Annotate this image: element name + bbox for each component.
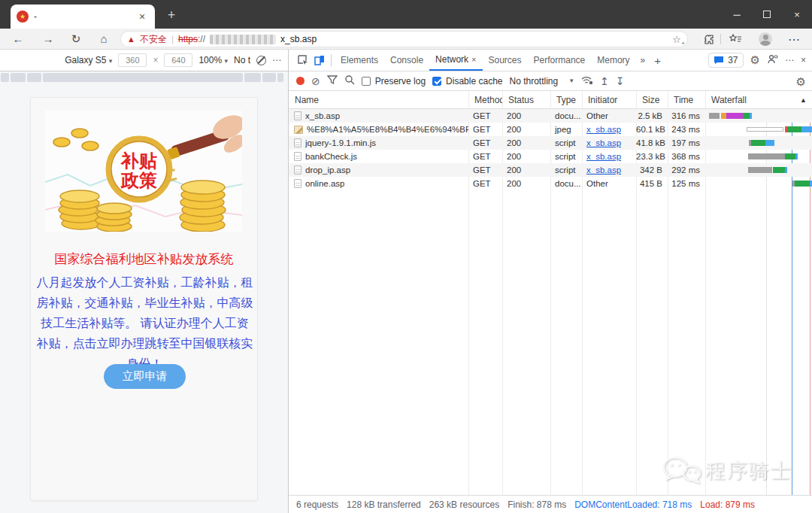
request-initiator[interactable]: x_sb.asp [586,125,621,134]
inspect-element-icon[interactable] [295,50,311,71]
column-header-type[interactable]: Type [550,91,582,109]
devtools-tab-elements[interactable]: Elements [335,50,384,71]
browser-tab[interactable]: - × [11,5,155,29]
tab-close-icon[interactable]: × [135,11,149,23]
request-type: jpeg [550,123,582,136]
devtools-settings-gear-icon[interactable]: ⚙ [750,53,760,67]
add-favorite-icon[interactable]: ☆ [672,34,681,45]
devtools-close-icon[interactable]: × [801,55,806,65]
column-header-name[interactable]: Name [289,91,468,109]
issues-bubble-icon [714,56,724,65]
request-name[interactable]: drop_ip.asp [305,163,350,177]
request-name[interactable]: online.asp [305,177,344,190]
sort-ascending-icon[interactable]: ▲ [800,91,807,109]
column-header-status[interactable]: Status [502,91,550,109]
devtools-tab-sources[interactable]: Sources [483,50,528,71]
request-initiator[interactable]: x_sb.asp [586,152,621,161]
not-secure-label[interactable]: 不安全 [140,33,167,46]
feedback-person-icon[interactable] [767,54,778,66]
clear-network-log-icon[interactable]: ⊘ [311,75,320,87]
export-har-icon[interactable]: ↧ [616,75,625,87]
devtools-tab-memory[interactable]: Memory [591,50,635,71]
minimize-button[interactable]: ─ [722,0,752,29]
home-icon[interactable]: ⌂ [94,29,114,49]
request-status: 200 [502,163,550,177]
device-select[interactable]: Galaxy S5 ▾ [65,55,112,65]
request-type: docu... [550,109,582,123]
device-toolbar-toggle-icon[interactable] [311,50,328,71]
close-window-button[interactable]: × [782,0,812,29]
request-name[interactable]: bankCheck.js [305,150,357,163]
document-icon [294,165,301,175]
waterfall-bars [705,136,812,150]
emulated-page: 补贴 政策 国家综合福利地区补贴发放系统 八月起发放个人工资补贴，工龄补贴，租房… [0,71,288,513]
apply-now-button[interactable]: 立即申请 [104,364,186,389]
close-network-tab-icon[interactable]: × [471,55,476,64]
new-tab-button[interactable]: + [162,6,180,24]
search-icon[interactable] [344,74,355,87]
disable-cache-label[interactable]: Disable cache [446,76,502,87]
throttling-dropdown[interactable]: No throttling ▼ [509,76,574,87]
maximize-button[interactable] [752,0,782,29]
request-name[interactable]: x_sb.asp [305,109,340,123]
devtools-tab-performance[interactable]: Performance [528,50,592,71]
disable-cache-checkbox[interactable] [432,77,441,86]
network-conditions-icon[interactable] [581,75,593,87]
record-network-log-icon[interactable] [296,77,304,85]
request-method: GET [468,123,502,136]
column-header-method[interactable]: Method [468,91,502,109]
request-method: GET [468,136,502,150]
forward-icon[interactable]: → [38,29,58,49]
request-initiator: Other [586,179,608,188]
table-row[interactable]: %E8%A1%A5%E8%B4%B4%E6%94%BF%E7%...GET200… [289,123,812,136]
request-method: GET [468,177,502,190]
table-row[interactable]: x_sb.aspGET200docu...Other2.5 kB316 ms [289,109,812,123]
zoom-select[interactable]: 100% ▾ [198,55,228,65]
request-type: script [550,136,582,150]
table-row[interactable]: drop_ip.aspGET200scriptx_sb.asp342 B292 … [289,163,812,177]
summary-item: Finish: 878 ms [508,499,566,510]
table-row[interactable]: jquery-1.9.1.min.jsGET200scriptx_sb.asp4… [289,136,812,150]
favorites-bar-icon[interactable] [726,31,744,47]
table-row[interactable]: online.aspGET200docu...Other415 B125 ms [289,177,812,190]
request-size: 342 B [636,163,668,177]
more-tabs-chevron[interactable]: » [636,55,650,65]
filter-icon[interactable] [327,75,338,87]
issues-counter[interactable]: 37 [708,53,743,68]
back-icon[interactable]: ← [8,29,28,49]
column-header-waterfall[interactable]: Waterfall [705,91,803,109]
subsidy-hero-image: 补贴 政策 [45,111,242,232]
no-throttling-icon [256,56,266,65]
window-controls: ─ × [722,0,812,29]
add-panel-button[interactable]: + [650,54,665,67]
request-initiator[interactable]: x_sb.asp [586,165,621,175]
profile-avatar[interactable] [756,31,774,47]
request-name[interactable]: jquery-1.9.1.min.js [305,136,376,150]
request-name[interactable]: %E8%A1%A5%E8%B4%B4%E6%94%BF%E7%... [307,123,468,136]
device-width-input[interactable]: 360 [118,53,147,67]
maximize-icon [763,11,771,18]
request-size: 60.1 kB [636,123,668,136]
extensions-icon[interactable] [699,31,717,47]
devtools-menu-icon[interactable]: ⋯ [785,55,794,65]
address-bar[interactable]: ▲ 不安全 | https:// x_sb.asp ☆ [120,31,688,47]
browser-navbar: ← → ↻ ⌂ ▲ 不安全 | https:// x_sb.asp ☆ ⋯ [0,29,812,50]
browser-menu-icon[interactable]: ⋯ [785,31,803,47]
page-body-text: 八月起发放个人工资补贴，工龄补贴，租房补贴，交通补贴，毕业生补贴，中高级技工生活… [36,272,253,374]
device-toolbar-more-icon[interactable]: ⋯ [272,55,282,65]
column-header-initiator[interactable]: Initiator [582,91,636,109]
column-header-time[interactable]: Time [668,91,705,109]
device-height-input[interactable]: 640 [164,53,192,67]
url-protocol: https:// [178,34,205,44]
table-row[interactable]: bankCheck.jsGET200scriptx_sb.asp23.3 kB3… [289,150,812,163]
import-har-icon[interactable]: ↥ [600,75,609,87]
preserve-log-checkbox[interactable] [362,77,371,86]
request-initiator[interactable]: x_sb.asp [586,138,621,147]
preserve-log-label[interactable]: Preserve log [375,76,426,87]
network-settings-gear-icon[interactable]: ⚙ [796,75,806,89]
devtools-tab-console[interactable]: Console [384,50,429,71]
column-header-size[interactable]: Size [636,91,668,109]
refresh-icon[interactable]: ↻ [66,29,86,49]
devtools-tab-network[interactable]: Network× [429,50,482,71]
throttle-select[interactable]: No t [234,55,250,65]
